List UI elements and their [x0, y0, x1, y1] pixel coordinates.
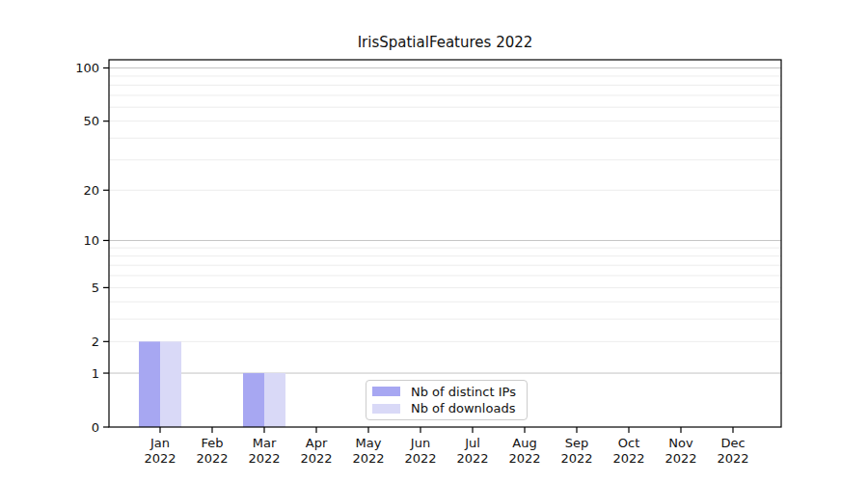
x-tick-label-month: Sep [565, 436, 589, 450]
y-tick-label: 100 [75, 61, 99, 75]
x-tick-label-year: 2022 [508, 451, 540, 466]
x-tick-label-month: Nov [668, 436, 693, 450]
chart-figure: IrisSpatialFeatures 2022 0125102050100Ja… [0, 0, 868, 482]
x-tick-label-year: 2022 [404, 451, 436, 466]
y-tick-label: 1 [92, 366, 99, 381]
y-tick-label: 10 [83, 233, 99, 248]
bar-jan-series0 [139, 341, 160, 427]
plot-border [109, 60, 781, 427]
legend-label-distinct-ips: Nb of distinct IPs [411, 385, 516, 399]
legend: Nb of distinct IPs Nb of downloads [366, 380, 528, 420]
x-tick-label-year: 2022 [612, 451, 644, 466]
legend-swatch-distinct-ips-icon [372, 387, 400, 396]
legend-label-downloads: Nb of downloads [411, 401, 515, 415]
x-tick-label-year: 2022 [300, 451, 332, 466]
x-tick-label-month: Aug [512, 436, 536, 450]
x-tick-label-month: Feb [201, 436, 223, 450]
bar-mar-series1 [264, 373, 285, 427]
legend-item-downloads: Nb of downloads [366, 401, 527, 416]
x-tick-label-year: 2022 [248, 451, 280, 466]
bar-jan-series1 [160, 341, 181, 427]
y-tick-label: 0 [92, 420, 99, 435]
x-tick-label-month: May [356, 436, 382, 450]
y-tick-label: 2 [92, 335, 99, 349]
x-tick-label-year: 2022 [456, 451, 488, 466]
x-tick-label-month: Jan [149, 436, 170, 450]
y-tick-label: 50 [83, 114, 99, 128]
x-tick-label-year: 2022 [352, 451, 384, 466]
x-tick-label-year: 2022 [665, 451, 696, 466]
legend-item-distinct-ips: Nb of distinct IPs [366, 384, 527, 399]
x-tick-label-year: 2022 [560, 451, 592, 466]
x-tick-label-month: Dec [720, 436, 745, 450]
x-tick-label-year: 2022 [717, 451, 748, 466]
legend-swatch-downloads-icon [372, 404, 400, 414]
x-tick-label-month: Oct [618, 436, 639, 450]
bar-mar-series0 [243, 373, 264, 427]
x-tick-label-month: Apr [306, 436, 328, 450]
x-tick-label-year: 2022 [144, 451, 176, 466]
y-tick-label: 5 [92, 281, 99, 295]
x-tick-label-month: Jun [410, 436, 430, 450]
x-tick-label-month: Mar [253, 436, 277, 450]
x-tick-label-month: Jul [464, 436, 480, 450]
y-tick-label: 20 [83, 183, 99, 198]
x-tick-label-year: 2022 [196, 451, 228, 466]
